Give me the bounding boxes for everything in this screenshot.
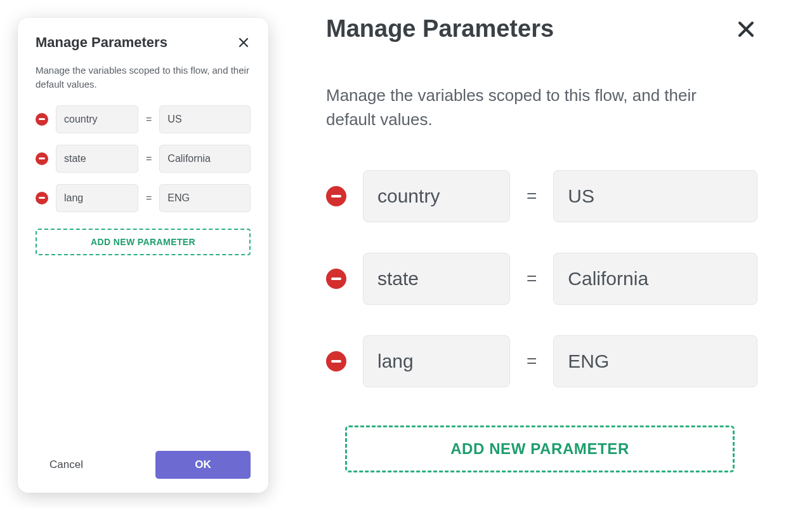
parameter-row: = <box>326 253 757 305</box>
remove-icon[interactable] <box>36 152 48 165</box>
remove-icon[interactable] <box>326 186 346 206</box>
manage-parameters-zoom: Manage Parameters Manage the variables s… <box>326 15 757 472</box>
remove-icon[interactable] <box>36 113 48 126</box>
param-name-input[interactable] <box>363 253 510 305</box>
dialog-title: Manage Parameters <box>36 34 167 51</box>
param-value-input[interactable] <box>159 105 251 133</box>
equals-sign: = <box>527 186 537 206</box>
dialog-header: Manage Parameters <box>36 34 251 51</box>
dialog-description: Manage the variables scoped to this flow… <box>36 64 251 91</box>
remove-icon[interactable] <box>326 351 346 371</box>
parameter-row: = <box>36 145 251 173</box>
equals-sign: = <box>527 351 537 371</box>
param-value-input[interactable] <box>553 335 757 387</box>
param-name-input[interactable] <box>56 184 138 212</box>
parameter-row: = <box>326 335 757 387</box>
equals-sign: = <box>146 153 152 164</box>
parameter-row: = <box>326 170 757 222</box>
param-name-input[interactable] <box>363 335 510 387</box>
param-name-input[interactable] <box>56 145 138 173</box>
zoom-description: Manage the variables scoped to this flow… <box>326 83 745 132</box>
add-new-parameter-button[interactable]: ADD NEW PARAMETER <box>345 425 735 472</box>
equals-sign: = <box>146 192 152 204</box>
ok-button[interactable]: OK <box>155 451 251 479</box>
cancel-button[interactable]: Cancel <box>49 458 83 471</box>
param-name-input[interactable] <box>56 105 138 133</box>
dialog-footer: Cancel OK <box>36 446 251 479</box>
zoom-header: Manage Parameters <box>326 15 757 43</box>
equals-sign: = <box>146 114 152 125</box>
close-icon[interactable] <box>735 18 757 41</box>
remove-icon[interactable] <box>326 269 346 289</box>
add-new-parameter-button[interactable]: ADD NEW PARAMETER <box>36 229 251 255</box>
parameter-row: = <box>36 105 251 133</box>
equals-sign: = <box>527 269 537 289</box>
param-value-input[interactable] <box>159 184 251 212</box>
remove-icon[interactable] <box>36 192 48 204</box>
param-value-input[interactable] <box>553 170 757 222</box>
param-value-input[interactable] <box>553 253 757 305</box>
parameter-row: = <box>36 184 251 212</box>
param-value-input[interactable] <box>159 145 251 173</box>
manage-parameters-dialog: Manage Parameters Manage the variables s… <box>18 18 268 493</box>
param-name-input[interactable] <box>363 170 510 222</box>
zoom-title: Manage Parameters <box>326 15 554 43</box>
close-icon[interactable] <box>237 36 251 50</box>
